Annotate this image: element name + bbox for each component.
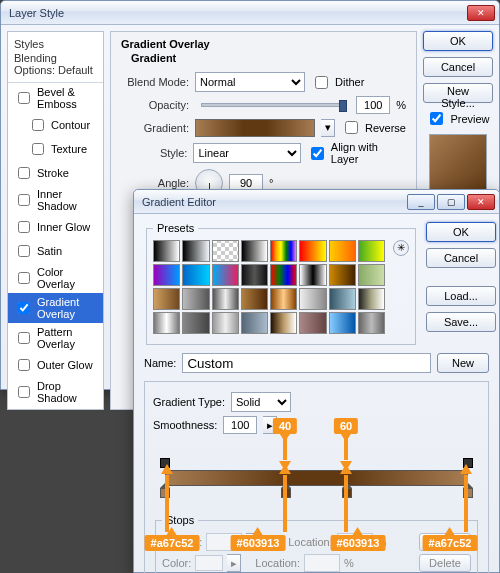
preset-swatch[interactable] [241, 312, 268, 334]
preset-swatch[interactable] [212, 264, 239, 286]
ok-button[interactable]: OK [423, 31, 493, 51]
gradient-editor-titlebar[interactable]: Gradient Editor _ ▢ ✕ [134, 190, 499, 214]
align-with-layer-checkbox[interactable]: Align with Layer [307, 141, 406, 165]
style-item-checkbox[interactable] [18, 332, 30, 344]
style-item-inner-shadow[interactable]: Inner Shadow [8, 185, 103, 215]
preset-swatch[interactable] [212, 288, 239, 310]
preset-swatch[interactable] [241, 288, 268, 310]
preset-swatch[interactable] [329, 288, 356, 310]
style-item-texture[interactable]: Texture [8, 137, 103, 161]
close-icon[interactable]: ✕ [467, 5, 495, 21]
style-item-pattern-overlay[interactable]: Pattern Overlay [8, 323, 103, 353]
save-button[interactable]: Save... [426, 312, 496, 332]
style-item-contour[interactable]: Contour [8, 113, 103, 137]
stops-panel: Stops Opacity: ▸ % Location: % Delete Co… [155, 514, 478, 573]
preset-swatch[interactable] [241, 264, 268, 286]
load-button[interactable]: Load... [426, 286, 496, 306]
preset-swatch[interactable] [270, 312, 297, 334]
opacity-slider[interactable] [201, 103, 344, 107]
reverse-checkbox[interactable]: Reverse [341, 118, 406, 137]
style-item-checkbox[interactable] [18, 167, 30, 179]
percent-label: % [283, 419, 293, 431]
gradient-editor-dialog: Gradient Editor _ ▢ ✕ Presets ✳ OK Cance… [133, 189, 500, 573]
style-item-checkbox[interactable] [18, 386, 30, 398]
stop-opacity-input [206, 533, 242, 551]
new-style-button[interactable]: New Style... [423, 83, 493, 103]
color-stop[interactable] [342, 488, 352, 498]
style-item-checkbox[interactable] [18, 359, 30, 371]
cancel-button[interactable]: Cancel [426, 248, 496, 268]
gear-icon[interactable]: ✳ [393, 240, 409, 256]
cancel-button[interactable]: Cancel [423, 57, 493, 77]
stops-label: Stops [162, 514, 198, 526]
preset-swatch[interactable] [358, 240, 385, 262]
new-button[interactable]: New [437, 353, 489, 373]
preset-swatch[interactable] [182, 288, 209, 310]
style-item-satin[interactable]: Satin [8, 239, 103, 263]
preset-swatch[interactable] [358, 264, 385, 286]
preset-swatch[interactable] [212, 312, 239, 334]
preset-swatch[interactable] [299, 264, 326, 286]
gradient-swatch[interactable] [195, 119, 315, 137]
preset-swatch[interactable] [153, 240, 180, 262]
maximize-icon[interactable]: ▢ [437, 194, 465, 210]
preset-swatch[interactable] [153, 312, 180, 334]
dither-checkbox[interactable]: Dither [311, 73, 364, 92]
opacity-input[interactable] [356, 96, 390, 114]
color-stop[interactable] [463, 488, 473, 498]
preset-swatch[interactable] [153, 264, 180, 286]
style-select[interactable]: Linear [193, 143, 300, 163]
style-item-checkbox[interactable] [18, 272, 30, 284]
style-item-outer-glow[interactable]: Outer Glow [8, 353, 103, 377]
preset-swatch[interactable] [182, 312, 209, 334]
gradient-bar[interactable] [153, 448, 480, 508]
preset-swatch[interactable] [329, 264, 356, 286]
style-item-color-overlay[interactable]: Color Overlay [8, 263, 103, 293]
preset-swatch[interactable] [299, 288, 326, 310]
blending-options-header[interactable]: Blending Options: Default [8, 52, 103, 83]
smoothness-input[interactable] [223, 416, 257, 434]
preset-swatch[interactable] [153, 288, 180, 310]
style-item-checkbox[interactable] [32, 119, 44, 131]
preview-swatch [429, 134, 487, 192]
opacity-stop[interactable] [463, 458, 473, 468]
blend-mode-select[interactable]: Normal [195, 72, 305, 92]
color-stop[interactable] [281, 488, 291, 498]
close-icon[interactable]: ✕ [467, 194, 495, 210]
name-input[interactable] [182, 353, 431, 373]
style-item-drop-shadow[interactable]: Drop Shadow [8, 377, 103, 407]
style-item-checkbox[interactable] [18, 92, 30, 104]
preset-swatch[interactable] [329, 312, 356, 334]
chevron-down-icon[interactable]: ▾ [321, 119, 335, 137]
layer-style-titlebar[interactable]: Layer Style ✕ [1, 1, 499, 25]
presets-grid[interactable] [153, 240, 385, 338]
preset-swatch[interactable] [182, 264, 209, 286]
preset-swatch[interactable] [212, 240, 239, 262]
preset-swatch[interactable] [329, 240, 356, 262]
color-stop[interactable] [160, 488, 170, 498]
preset-swatch[interactable] [241, 240, 268, 262]
minimize-icon[interactable]: _ [407, 194, 435, 210]
preset-swatch[interactable] [270, 288, 297, 310]
style-item-checkbox[interactable] [18, 221, 30, 233]
opacity-stop[interactable] [160, 458, 170, 468]
style-item-bevel-emboss[interactable]: Bevel & Emboss [8, 83, 103, 113]
preview-checkbox[interactable]: Preview [426, 109, 489, 128]
preset-swatch[interactable] [182, 240, 209, 262]
ok-button[interactable]: OK [426, 222, 496, 242]
style-item-stroke[interactable]: Stroke [8, 161, 103, 185]
style-item-checkbox[interactable] [18, 245, 30, 257]
preset-swatch[interactable] [270, 240, 297, 262]
style-item-gradient-overlay[interactable]: Gradient Overlay [8, 293, 103, 323]
style-item-checkbox[interactable] [18, 302, 30, 314]
preset-swatch[interactable] [358, 312, 385, 334]
preset-swatch[interactable] [299, 312, 326, 334]
style-item-checkbox[interactable] [18, 194, 30, 206]
style-item-inner-glow[interactable]: Inner Glow [8, 215, 103, 239]
preset-swatch[interactable] [299, 240, 326, 262]
preset-swatch[interactable] [270, 264, 297, 286]
preset-swatch[interactable] [358, 288, 385, 310]
chevron-down-icon[interactable]: ▸ [263, 416, 277, 434]
style-item-checkbox[interactable] [32, 143, 44, 155]
gradient-type-select[interactable]: Solid [231, 392, 291, 412]
